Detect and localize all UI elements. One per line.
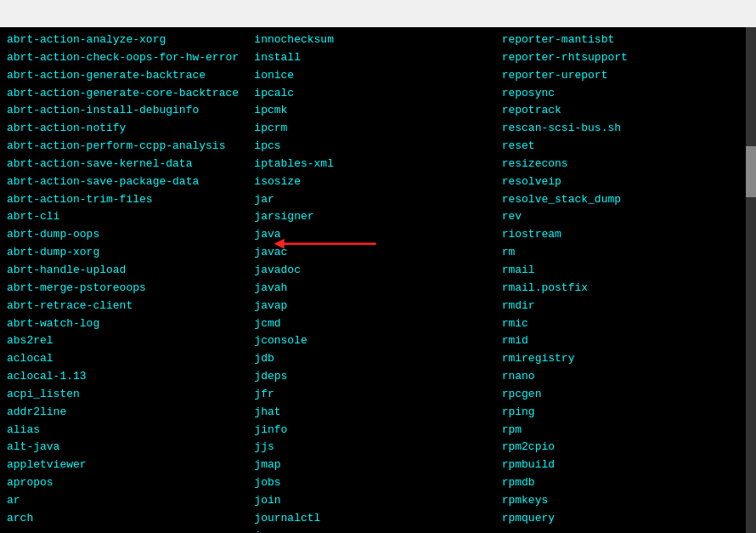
- list-item: rm: [502, 245, 749, 261]
- list-item: jconsole: [254, 333, 501, 349]
- list-item: rping: [502, 405, 749, 421]
- list-item: java: [254, 227, 501, 243]
- list-item: abrt-action-generate-core-backtrace: [7, 86, 254, 102]
- list-item: abrt-cli: [7, 209, 254, 225]
- list-item: abrt-retrace-client: [7, 298, 254, 315]
- list-item: apropos: [7, 475, 254, 491]
- column-3: reporter-mantisbtreporter-rhtsupportrepo…: [502, 32, 749, 528]
- window-controls: [707, 5, 748, 22]
- list-item: jjs: [254, 439, 501, 456]
- list-item: abrt-dump-oops: [7, 227, 254, 243]
- list-item: repotrack: [502, 103, 749, 119]
- list-item: isosize: [254, 174, 501, 190]
- list-item: ipcs: [254, 139, 501, 155]
- list-item: abs2rel: [7, 333, 254, 349]
- list-item: jcmd: [254, 316, 501, 332]
- list-item: rmid: [502, 333, 749, 349]
- list-item: ar: [7, 493, 254, 509]
- list-item: jinfo: [254, 422, 501, 439]
- list-item: reset: [502, 139, 749, 155]
- list-item: jdeps: [254, 369, 501, 385]
- list-item: abrt-dump-xorg: [7, 245, 254, 261]
- list-item: reporter-ureport: [502, 68, 749, 84]
- list-item: javah: [254, 281, 501, 297]
- list-item: abrt-action-generate-backtrace: [7, 68, 254, 84]
- list-item: reporter-rhtsupport: [502, 50, 749, 66]
- list-item: resizecons: [502, 156, 749, 173]
- list-item: ionice: [254, 68, 501, 84]
- column-2: innochecksuminstallioniceipcalcipcmkipcr…: [254, 32, 501, 528]
- terminal-content: abrt-action-analyze-xorgabrt-action-chec…: [0, 27, 756, 533]
- list-item: jar: [254, 192, 501, 208]
- list-item: appletviewer: [7, 457, 254, 473]
- list-item: rpcgen: [502, 387, 749, 403]
- list-item: jarsigner: [254, 209, 501, 225]
- list-item: resolve_stack_dump: [502, 192, 749, 208]
- list-item: rmdir: [502, 298, 749, 315]
- list-item: reposync: [502, 86, 749, 102]
- list-item: jfr: [254, 387, 501, 403]
- list-item: as: [7, 529, 254, 533]
- minimize-button[interactable]: [707, 5, 724, 22]
- list-item: abrt-action-notify: [7, 121, 254, 137]
- list-item: jdb: [254, 351, 501, 367]
- list-item: aclocal: [7, 351, 254, 367]
- list-item: aclocal-1.13: [7, 369, 254, 385]
- list-item: addr2line: [7, 405, 254, 421]
- command-list: abrt-action-analyze-xorgabrt-action-chec…: [7, 32, 749, 528]
- list-item: rpm2cpio: [502, 439, 749, 456]
- list-item: ipcmk: [254, 103, 501, 119]
- scrollbar[interactable]: [746, 27, 756, 533]
- list-item: rpmspec: [502, 529, 749, 533]
- list-item: install: [254, 50, 501, 66]
- list-item: alias: [7, 422, 254, 439]
- list-item: abrt-action-trim-files: [7, 192, 254, 208]
- list-item: rev: [502, 209, 749, 225]
- list-item: jobs: [254, 475, 501, 491]
- list-item: arch: [7, 511, 254, 527]
- list-item: reporter-mantisbt: [502, 32, 749, 48]
- list-item: rpmkeys: [502, 493, 749, 509]
- list-item: abrt-action-save-kernel-data: [7, 156, 254, 173]
- list-item: rpmquery: [502, 511, 749, 527]
- list-item: javadoc: [254, 263, 501, 279]
- list-item: innochecksum: [254, 32, 501, 48]
- list-item: rescan-scsi-bus.sh: [502, 121, 749, 137]
- list-item: abrt-action-analyze-xorg: [7, 32, 254, 48]
- list-item: javac: [254, 245, 501, 261]
- list-item: riostream: [502, 227, 749, 243]
- list-item: rpm: [502, 422, 749, 439]
- list-item: abrt-action-save-package-data: [7, 174, 254, 190]
- list-item: javap: [254, 298, 501, 315]
- list-item: rmic: [502, 316, 749, 332]
- list-item: jps: [254, 529, 501, 533]
- title-bar: [0, 0, 756, 27]
- list-item: ipcalc: [254, 86, 501, 102]
- list-item: abrt-handle-upload: [7, 263, 254, 279]
- list-item: rpmdb: [502, 475, 749, 491]
- list-item: resolveip: [502, 174, 749, 190]
- list-item: jmap: [254, 457, 501, 473]
- list-item: iptables-xml: [254, 156, 501, 173]
- list-item: rmiregistry: [502, 351, 749, 367]
- list-item: acpi_listen: [7, 387, 254, 403]
- list-item: rmail.postfix: [502, 281, 749, 297]
- close-button[interactable]: [731, 5, 748, 22]
- list-item: abrt-action-check-oops-for-hw-error: [7, 50, 254, 66]
- column-1: abrt-action-analyze-xorgabrt-action-chec…: [7, 32, 254, 528]
- list-item: ipcrm: [254, 121, 501, 137]
- list-item: rnano: [502, 369, 749, 385]
- list-item: rmail: [502, 263, 749, 279]
- list-item: join: [254, 493, 501, 509]
- list-item: jhat: [254, 405, 501, 421]
- list-item: abrt-merge-pstoreoops: [7, 281, 254, 297]
- list-item: journalctl: [254, 511, 501, 527]
- list-item: abrt-watch-log: [7, 316, 254, 332]
- list-item: abrt-action-install-debuginfo: [7, 103, 254, 119]
- scrollbar-thumb[interactable]: [746, 146, 756, 197]
- list-item: alt-java: [7, 439, 254, 456]
- remote-login-window: abrt-action-analyze-xorgabrt-action-chec…: [0, 0, 756, 533]
- list-item: abrt-action-perform-ccpp-analysis: [7, 139, 254, 155]
- list-item: rpmbuild: [502, 457, 749, 473]
